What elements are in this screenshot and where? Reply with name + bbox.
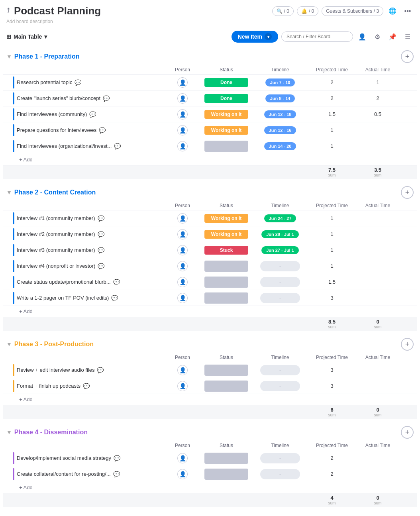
status-empty[interactable]	[204, 365, 248, 376]
status-empty[interactable]	[204, 277, 248, 288]
person-avatar[interactable]: 👤	[177, 365, 188, 375]
status-empty[interactable]	[204, 292, 248, 304]
status-badge[interactable]: Done	[204, 78, 248, 87]
person-avatar[interactable]: 👤	[177, 109, 188, 120]
add-column-btn-phase3[interactable]: +	[401, 338, 414, 351]
add-column-btn-phase1[interactable]: +	[401, 50, 414, 63]
person-avatar[interactable]: 👤	[177, 381, 188, 391]
status-badge[interactable]: Working on it	[204, 126, 248, 135]
person-avatar[interactable]: 👤	[177, 229, 188, 239]
person-avatar[interactable]: 👤	[177, 93, 188, 104]
comment-icon[interactable]: 💬	[83, 383, 90, 389]
comment-icon[interactable]: 💬	[89, 111, 96, 118]
row-color-bar	[13, 124, 14, 136]
add-row-phase3[interactable]: + Add	[3, 394, 417, 405]
timeline-empty[interactable]: -	[260, 277, 300, 287]
phase-toggle-phase4[interactable]: ▼	[6, 429, 12, 436]
projected-time-cell: 3	[306, 367, 358, 373]
row-name-text: Prepare questions for interviewees	[17, 127, 96, 133]
status-empty[interactable]	[204, 469, 248, 480]
phase-toggle-phase1[interactable]: ▼	[6, 53, 12, 60]
share-icon[interactable]: ⤴	[6, 7, 10, 15]
add-row-phase2[interactable]: + Add	[3, 306, 417, 317]
person-avatar[interactable]: 👤	[177, 261, 188, 271]
comment-icon[interactable]: 💬	[97, 367, 104, 373]
guests-pill[interactable]: Guests & Subscribers / 3	[322, 6, 383, 16]
comment-icon[interactable]: 💬	[103, 95, 110, 102]
search-count-pill[interactable]: 🔍 / 0	[272, 6, 294, 16]
person-avatar[interactable]: 👤	[177, 453, 188, 463]
add-row-phase1[interactable]: + Add	[3, 154, 417, 165]
status-empty[interactable]	[204, 453, 248, 464]
timeline-empty[interactable]: -	[260, 453, 300, 463]
pin-icon-btn[interactable]: 📌	[387, 31, 398, 43]
settings-icon-btn[interactable]: ⚙	[371, 31, 383, 43]
add-row-phase4[interactable]: + Add	[3, 482, 417, 493]
phase-title-phase3: Phase 3 - Post-Production	[14, 341, 401, 348]
comment-icon[interactable]: 💬	[114, 455, 120, 461]
timeline-badge[interactable]: Jun 14 - 20	[264, 142, 296, 150]
comment-icon[interactable]: 💬	[114, 143, 121, 149]
comment-icon[interactable]: 💬	[113, 471, 120, 477]
timeline-empty[interactable]: -	[260, 261, 300, 271]
phase-toggle-phase2[interactable]: ▼	[6, 189, 12, 196]
status-empty[interactable]	[204, 141, 248, 152]
add-column-btn-phase4[interactable]: +	[401, 426, 414, 439]
status-empty[interactable]	[204, 381, 248, 392]
status-badge[interactable]: Working on it	[204, 110, 248, 119]
comment-icon[interactable]: 💬	[98, 215, 104, 222]
timeline-empty[interactable]: -	[260, 293, 300, 303]
person-avatar[interactable]: 👤	[177, 469, 188, 479]
phase-toggle-phase3[interactable]: ▼	[6, 341, 12, 347]
more-options-btn[interactable]: •••	[402, 5, 414, 17]
row-name-cell: Format + finish up podcasts 💬	[6, 380, 167, 392]
timeline-badge[interactable]: Jun 7 - 10	[265, 78, 295, 86]
person-avatar[interactable]: 👤	[177, 277, 188, 287]
comment-icon[interactable]: 💬	[98, 247, 104, 253]
status-empty[interactable]	[204, 261, 248, 272]
timeline-badge[interactable]: Jun 24 - 27	[264, 214, 296, 222]
person-avatar[interactable]: 👤	[177, 213, 188, 224]
activity-count-pill[interactable]: 🔔 / 0	[297, 6, 318, 16]
globe-icon-btn[interactable]: 🌐	[387, 5, 398, 17]
comment-icon[interactable]: 💬	[99, 127, 106, 133]
filter-icon-btn[interactable]: ☰	[402, 31, 414, 43]
person-cell: 👤	[167, 229, 198, 239]
comment-icon[interactable]: 💬	[98, 231, 104, 237]
user-icon-btn[interactable]: 👤	[356, 31, 368, 43]
add-column-btn-phase2[interactable]: +	[401, 186, 414, 199]
person-avatar[interactable]: 👤	[177, 125, 188, 135]
comment-icon[interactable]: 💬	[98, 263, 104, 269]
row-color-bar	[13, 228, 14, 240]
status-badge[interactable]: Done	[204, 94, 248, 103]
timeline-empty[interactable]: -	[260, 381, 300, 391]
board-description[interactable]: Add board description	[0, 17, 420, 27]
person-avatar[interactable]: 👤	[177, 293, 188, 303]
timeline-badge[interactable]: Jun 8 - 14	[265, 94, 295, 102]
person-avatar[interactable]: 👤	[177, 77, 188, 88]
timeline-badge[interactable]: Jun 27 - Jul 1	[261, 246, 299, 254]
comment-icon[interactable]: 💬	[111, 295, 118, 301]
search-input[interactable]	[281, 31, 353, 42]
col-actual-label: Actual Time	[358, 443, 398, 448]
timeline-badge[interactable]: Jun 12 - 18	[264, 110, 296, 118]
phase-section-phase3: ▼ Phase 3 - Post-Production + Person Sta…	[3, 334, 417, 419]
person-avatar[interactable]: 👤	[177, 245, 188, 255]
comment-icon[interactable]: 💬	[75, 79, 81, 86]
new-item-button[interactable]: New Item ▾	[232, 31, 278, 43]
comment-icon[interactable]: 💬	[113, 279, 120, 285]
person-avatar[interactable]: 👤	[177, 141, 188, 151]
row-color-bar	[13, 260, 14, 272]
timeline-empty[interactable]: -	[260, 469, 300, 479]
timeline-badge[interactable]: Jun 28 - Jul 1	[261, 230, 299, 238]
col-timeline-label: Timeline	[254, 203, 306, 208]
status-badge[interactable]: Working on it	[204, 214, 248, 223]
main-table-button[interactable]: ⊞ Main Table ▾	[6, 33, 47, 40]
timeline-empty[interactable]: -	[260, 365, 300, 375]
projected-time-cell: 1	[306, 127, 358, 133]
col-person-label: Person	[167, 203, 198, 208]
status-badge[interactable]: Stuck	[204, 246, 248, 255]
status-badge[interactable]: Working on it	[204, 230, 248, 239]
timeline-badge[interactable]: Jun 12 - 16	[264, 126, 296, 134]
table-row: Format + finish up podcasts 💬 👤 - 3	[3, 378, 417, 394]
